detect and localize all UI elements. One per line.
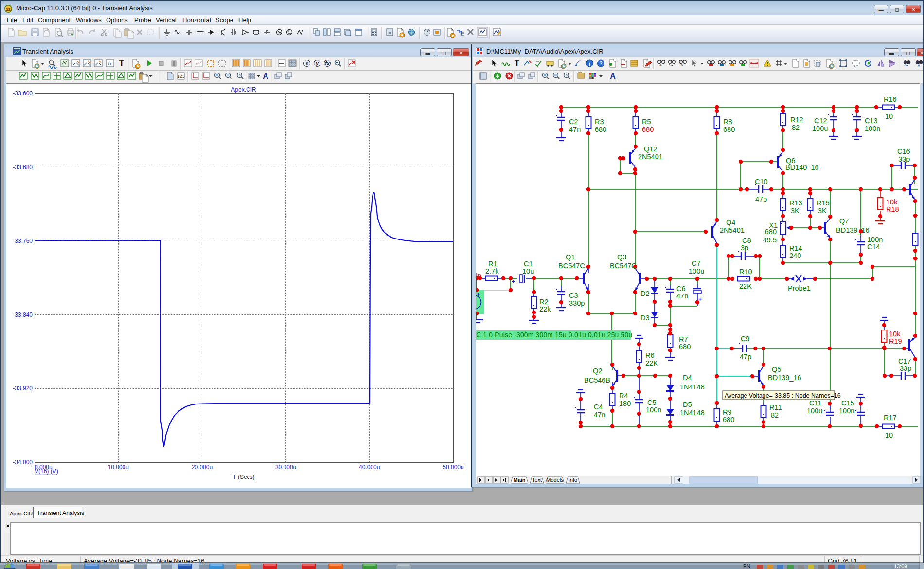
- svg-text:10k: 10k: [889, 330, 901, 338]
- svg-text:100n: 100n: [867, 236, 883, 243]
- svg-text:100n: 100n: [865, 125, 880, 132]
- svg-text:-33.760: -33.760: [13, 238, 33, 244]
- svg-text:C3: C3: [569, 292, 578, 299]
- svg-text:D5: D5: [683, 401, 692, 408]
- svg-text:10k: 10k: [886, 198, 898, 206]
- svg-text:R9: R9: [723, 408, 732, 416]
- svg-text:2.7k: 2.7k: [485, 267, 499, 275]
- svg-text:2N5401: 2N5401: [720, 226, 745, 234]
- svg-text:C10: C10: [755, 178, 768, 185]
- svg-text:100u: 100u: [689, 267, 704, 275]
- svg-text:R3: R3: [595, 118, 604, 126]
- svg-text:680: 680: [679, 343, 691, 350]
- svg-text:240: 240: [789, 252, 801, 259]
- svg-text:R7: R7: [679, 335, 688, 343]
- svg-text:33p: 33p: [900, 365, 911, 372]
- svg-text:47n: 47n: [676, 292, 688, 300]
- svg-text:C17: C17: [898, 357, 911, 365]
- svg-text:BC547C: BC547C: [610, 262, 637, 270]
- svg-text:R13: R13: [789, 199, 802, 207]
- svg-text:C5: C5: [647, 399, 657, 406]
- svg-text:+: +: [477, 291, 480, 298]
- svg-text:47p: 47p: [755, 195, 767, 203]
- svg-text:Text: Text: [532, 477, 542, 483]
- svg-text:T: T: [515, 58, 520, 68]
- svg-text:-33.920: -33.920: [13, 385, 33, 392]
- svg-text:R6: R6: [645, 351, 655, 359]
- svg-text:fx: fx: [108, 61, 112, 66]
- svg-text:C6: C6: [676, 285, 686, 293]
- svg-text:100: 100: [564, 74, 569, 77]
- svg-text:Q1: Q1: [566, 253, 575, 261]
- svg-text:1N4148: 1N4148: [680, 409, 705, 417]
- svg-text:100u: 100u: [807, 407, 822, 415]
- svg-text:C13: C13: [865, 117, 878, 125]
- svg-text:10.000u: 10.000u: [108, 464, 129, 471]
- svg-text:22k: 22k: [539, 305, 551, 313]
- svg-text:13:09: 13:09: [894, 563, 907, 569]
- svg-text:!: !: [766, 61, 768, 67]
- svg-text:C9: C9: [741, 335, 750, 343]
- svg-text:2N5401: 2N5401: [638, 153, 663, 161]
- svg-text:C11: C11: [809, 399, 822, 407]
- svg-text:3K: 3K: [818, 207, 827, 215]
- svg-text:R11: R11: [769, 404, 782, 411]
- svg-text:D3: D3: [640, 314, 650, 322]
- svg-text:680: 680: [765, 228, 777, 236]
- svg-text:Q3: Q3: [617, 253, 626, 261]
- svg-text:C1: C1: [524, 260, 533, 268]
- svg-text:?: ?: [599, 60, 603, 66]
- svg-text:47n: 47n: [569, 126, 581, 133]
- svg-text:20.000u: 20.000u: [192, 464, 213, 471]
- svg-text:C15: C15: [841, 399, 854, 407]
- svg-text:49.5: 49.5: [763, 236, 777, 244]
- svg-text:Apex.CIR: Apex.CIR: [231, 86, 256, 93]
- svg-text:Q5: Q5: [772, 366, 781, 373]
- svg-text:47n: 47n: [594, 411, 605, 419]
- svg-text:Average Voltage=-33.85 : Node: Average Voltage=-33.85 : Node Names=16: [725, 392, 841, 399]
- svg-text:C2: C2: [569, 118, 578, 126]
- svg-text:R16: R16: [884, 95, 897, 103]
- svg-text:D4: D4: [683, 374, 692, 382]
- svg-text:Q2: Q2: [593, 367, 602, 375]
- svg-text:33p: 33p: [898, 155, 910, 163]
- svg-text:y: y: [315, 61, 319, 66]
- svg-text:R18: R18: [886, 205, 899, 213]
- svg-text:123: 123: [177, 74, 184, 79]
- svg-text:C 1 0 Pulse -300m 300m 15u 0.0: C 1 0 Pulse -300m 300m 15u 0.01u 0.01u 2…: [476, 331, 632, 339]
- svg-text:C14: C14: [867, 243, 880, 251]
- svg-text:Main: Main: [513, 477, 525, 483]
- svg-text:82: 82: [792, 124, 800, 131]
- svg-text:680: 680: [642, 126, 654, 133]
- svg-text:22K: 22K: [739, 282, 752, 290]
- svg-text:Q4: Q4: [726, 219, 735, 226]
- svg-text:50.000u: 50.000u: [443, 464, 463, 471]
- svg-text:R19: R19: [889, 337, 902, 345]
- svg-text:C4: C4: [594, 403, 603, 411]
- svg-text:180: 180: [619, 400, 631, 407]
- svg-text:x: x: [305, 61, 308, 66]
- svg-text:R8: R8: [723, 118, 732, 126]
- svg-text:i: i: [589, 61, 590, 67]
- svg-text:100n: 100n: [646, 406, 661, 414]
- svg-text:-33.600: -33.600: [13, 90, 33, 97]
- svg-text:EN: EN: [743, 563, 750, 569]
- svg-text:3K: 3K: [791, 207, 800, 215]
- svg-text:Q12: Q12: [644, 145, 657, 153]
- svg-text:11: 11: [6, 7, 11, 12]
- svg-text:In: In: [476, 272, 481, 279]
- svg-text:Q7: Q7: [839, 217, 849, 225]
- svg-text:-34.000: -34.000: [13, 459, 33, 466]
- svg-text:R15: R15: [817, 199, 830, 207]
- svg-text:D2: D2: [640, 290, 650, 297]
- svg-text:BC546B: BC546B: [584, 376, 610, 384]
- svg-text:A: A: [918, 64, 920, 67]
- svg-text:680: 680: [723, 126, 735, 133]
- svg-text:40.000u: 40.000u: [359, 464, 380, 471]
- svg-text:Info: Info: [569, 477, 577, 483]
- svg-text:Models: Models: [546, 477, 564, 483]
- svg-text:680: 680: [595, 126, 606, 133]
- svg-text:30.000u: 30.000u: [275, 464, 296, 471]
- svg-text:R5: R5: [642, 118, 651, 126]
- svg-text:A: A: [659, 63, 662, 67]
